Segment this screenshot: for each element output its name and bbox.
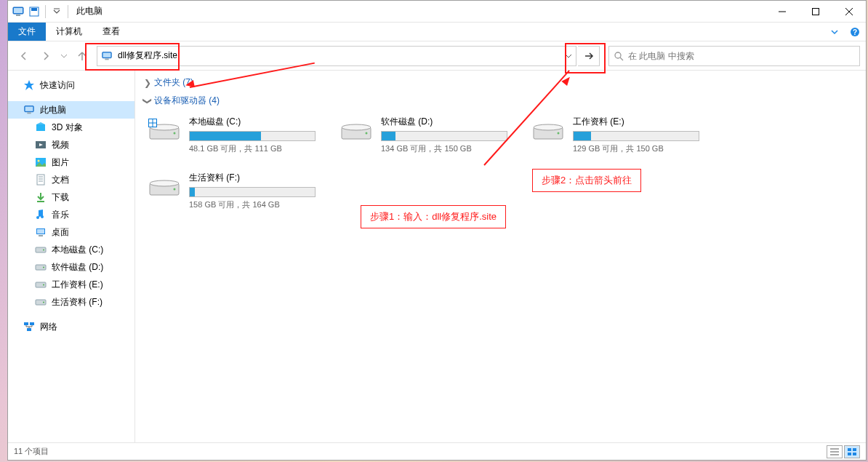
sidebar-item-icon <box>34 208 47 221</box>
svg-rect-51 <box>153 119 157 123</box>
star-icon <box>23 79 36 92</box>
window-title: 此电脑 <box>76 5 103 17</box>
drive-item[interactable]: 软件磁盘 (D:)134 GB 可用，共 150 GB <box>336 113 510 157</box>
drive-icon <box>147 116 182 145</box>
group-folders[interactable]: ❯ 文件夹 (7) <box>144 76 857 89</box>
sidebar-item[interactable]: 视频 <box>8 136 134 154</box>
sidebar-this-pc[interactable]: 此电脑 <box>8 101 134 119</box>
sidebar-item-icon <box>34 173 47 186</box>
drive-name: 生活资料 (F:) <box>189 172 316 184</box>
svg-point-40 <box>43 284 44 286</box>
drive-name: 软件磁盘 (D:) <box>381 116 507 128</box>
group-drives[interactable]: ❯ 设备和驱动器 (4) <box>144 95 857 107</box>
statusbar: 11 个项目 <box>8 442 866 460</box>
drive-usage-bar <box>573 131 699 141</box>
sidebar-item[interactable]: 3D 对象 <box>8 119 134 136</box>
drive-status: 48.1 GB 可用，共 111 GB <box>189 143 316 154</box>
tab-computer[interactable]: 计算机 <box>46 23 92 41</box>
drive-item[interactable]: 本地磁盘 (C:)48.1 GB 可用，共 111 GB <box>144 113 318 157</box>
sidebar-item[interactable]: 软件磁盘 (D:) <box>8 258 134 276</box>
sidebar-item-label: 音乐 <box>52 209 69 221</box>
svg-point-56 <box>366 132 368 135</box>
svg-rect-68 <box>848 453 851 455</box>
sidebar-item-label: 生活资料 (F:) <box>52 296 103 308</box>
svg-rect-66 <box>848 448 851 451</box>
search-icon <box>609 51 628 61</box>
drive-status: 129 GB 可用，共 150 GB <box>573 143 699 154</box>
drive-status: 158 GB 可用，共 164 GB <box>189 199 316 210</box>
svg-text:?: ? <box>853 28 857 36</box>
maximize-button[interactable] <box>799 1 832 23</box>
recent-dropdown-icon[interactable] <box>57 46 71 66</box>
sidebar-quick-access[interactable]: 快速访问 <box>8 76 134 94</box>
svg-point-15 <box>615 52 621 58</box>
svg-point-38 <box>43 267 44 268</box>
chevron-down-icon: ❯ <box>142 97 153 105</box>
svg-rect-2 <box>16 15 20 16</box>
svg-rect-44 <box>30 322 34 325</box>
ribbon-expand-icon[interactable] <box>827 24 843 40</box>
sidebar-item[interactable]: 生活资料 (F:) <box>8 293 134 311</box>
search-input[interactable] <box>628 51 859 61</box>
search-box[interactable] <box>608 46 860 66</box>
svg-rect-67 <box>853 448 856 451</box>
sidebar-item[interactable]: 图片 <box>8 154 134 171</box>
address-bar[interactable] <box>97 46 576 66</box>
save-qat-icon[interactable] <box>27 4 41 19</box>
drive-icon <box>147 172 182 201</box>
help-icon[interactable]: ? <box>847 24 863 40</box>
svg-rect-43 <box>24 322 28 325</box>
this-pc-icon <box>11 4 25 19</box>
monitor-icon <box>23 103 36 116</box>
svg-point-55 <box>342 124 371 130</box>
svg-rect-69 <box>853 453 856 455</box>
svg-rect-53 <box>153 124 157 127</box>
sidebar-item-label: 视频 <box>52 139 69 151</box>
drive-usage-bar <box>381 131 507 141</box>
svg-rect-1 <box>14 8 23 13</box>
sidebar-item-icon <box>34 191 47 204</box>
chevron-right-icon: ❯ <box>144 78 151 88</box>
svg-point-42 <box>43 302 44 303</box>
sidebar-item-label: 工作资料 (E:) <box>52 279 103 291</box>
back-button[interactable] <box>14 46 34 66</box>
up-button[interactable] <box>72 46 92 66</box>
sidebar-item-label: 本地磁盘 (C:) <box>52 244 103 256</box>
drive-item[interactable]: 工作资料 (E:)129 GB 可用，共 150 GB <box>528 113 702 157</box>
close-button[interactable] <box>832 1 866 23</box>
qat-dropdown-icon[interactable] <box>49 4 64 19</box>
sidebar-item-icon <box>34 278 47 291</box>
tab-view[interactable]: 查看 <box>92 23 130 41</box>
svg-point-59 <box>558 132 560 135</box>
sidebar-item[interactable]: 文档 <box>8 171 134 188</box>
sidebar-item[interactable]: 桌面 <box>8 223 134 241</box>
go-button[interactable] <box>578 46 600 66</box>
sidebar-item-label: 快速访问 <box>40 79 75 92</box>
group-label: 文件夹 (7) <box>154 76 193 89</box>
sidebar-item[interactable]: 下载 <box>8 188 134 206</box>
sidebar-item[interactable]: 本地磁盘 (C:) <box>8 241 134 258</box>
sidebar-item-label: 下载 <box>52 191 69 204</box>
tab-file[interactable]: 文件 <box>8 23 46 41</box>
forward-button[interactable] <box>36 46 56 66</box>
svg-rect-50 <box>149 119 153 123</box>
drive-item[interactable]: 生活资料 (F:)158 GB 可用，共 164 GB <box>144 169 318 213</box>
address-input[interactable] <box>115 51 560 61</box>
svg-point-24 <box>38 160 40 162</box>
sidebar-item[interactable]: 音乐 <box>8 206 134 223</box>
network-icon <box>23 320 36 333</box>
svg-point-31 <box>41 215 44 218</box>
svg-rect-34 <box>39 235 43 236</box>
sidebar-item[interactable]: 工作资料 (E:) <box>8 276 134 293</box>
view-tiles-button[interactable] <box>844 445 860 458</box>
group-label: 设备和驱动器 (4) <box>154 95 220 107</box>
svg-rect-45 <box>27 328 31 331</box>
svg-line-16 <box>620 57 623 60</box>
sidebar-network[interactable]: 网络 <box>8 318 134 335</box>
sidebar-item-label: 3D 对象 <box>52 122 83 134</box>
view-details-button[interactable] <box>827 445 843 458</box>
svg-point-48 <box>174 132 176 135</box>
address-dropdown-icon[interactable] <box>560 47 576 65</box>
sidebar-item-label: 文档 <box>52 174 69 186</box>
minimize-button[interactable] <box>765 1 799 23</box>
